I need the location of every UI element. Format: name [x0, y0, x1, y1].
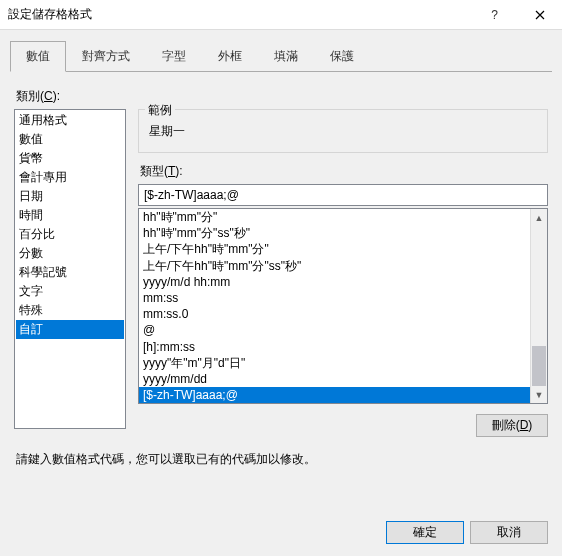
scroll-down-icon[interactable]: ▼ — [531, 386, 547, 403]
preview-label: 範例 — [145, 102, 175, 119]
list-item[interactable]: 自訂 — [16, 320, 124, 339]
tab-font[interactable]: 字型 — [146, 41, 202, 72]
type-list[interactable]: hh"時"mm"分" hh"時"mm"分"ss"秒" 上午/下午hh"時"mm"… — [138, 208, 548, 404]
list-item[interactable]: yyyy/mm/dd — [139, 371, 530, 387]
list-item[interactable]: @ — [139, 322, 530, 338]
list-item[interactable]: 上午/下午hh"時"mm"分" — [139, 241, 530, 257]
list-item[interactable]: yyyy/m/d hh:mm — [139, 274, 530, 290]
delete-button[interactable]: 刪除(D) — [476, 414, 548, 437]
category-list[interactable]: 通用格式 數值 貨幣 會計專用 日期 時間 百分比 分數 科學記號 文字 特殊 … — [14, 109, 126, 429]
list-item[interactable]: 數值 — [16, 130, 124, 149]
scrollbar[interactable]: ▲ ▼ — [530, 209, 547, 403]
type-label-suffix: ): — [175, 164, 182, 178]
list-item[interactable]: hh"時"mm"分"ss"秒" — [139, 225, 530, 241]
list-item[interactable]: 上午/下午hh"時"mm"分"ss"秒" — [139, 258, 530, 274]
tab-protection[interactable]: 保護 — [314, 41, 370, 72]
scroll-thumb[interactable] — [532, 346, 546, 386]
type-label-text: 類型( — [140, 164, 168, 178]
tab-alignment[interactable]: 對齊方式 — [66, 41, 146, 72]
category-label-suffix: ): — [53, 89, 60, 103]
list-item[interactable]: mm:ss — [139, 290, 530, 306]
list-item[interactable]: yyyy"年"m"月"d"日" — [139, 355, 530, 371]
help-button[interactable]: ? — [472, 0, 517, 30]
list-item[interactable]: 文字 — [16, 282, 124, 301]
tab-border[interactable]: 外框 — [202, 41, 258, 72]
category-label-text: 類別( — [16, 89, 44, 103]
scroll-up-icon[interactable]: ▲ — [531, 209, 547, 226]
close-icon — [535, 10, 545, 20]
dialog-footer: 確定 取消 — [386, 521, 548, 544]
preview-value: 星期一 — [147, 121, 539, 142]
type-label: 類型(T): — [140, 163, 548, 180]
list-item[interactable]: [h]:mm:ss — [139, 339, 530, 355]
list-item[interactable]: 時間 — [16, 206, 124, 225]
category-label: 類別(C): — [16, 88, 548, 105]
list-item[interactable]: 會計專用 — [16, 168, 124, 187]
ok-button[interactable]: 確定 — [386, 521, 464, 544]
tab-number[interactable]: 數值 — [10, 41, 66, 72]
titlebar: 設定儲存格格式 ? — [0, 0, 562, 30]
list-item[interactable]: 日期 — [16, 187, 124, 206]
list-item[interactable]: mm:ss.0 — [139, 306, 530, 322]
type-input[interactable] — [138, 184, 548, 206]
tab-fill[interactable]: 填滿 — [258, 41, 314, 72]
preview-group: 範例 星期一 — [138, 109, 548, 153]
list-item[interactable]: 特殊 — [16, 301, 124, 320]
body: 類別(C): 通用格式 數值 貨幣 會計專用 日期 時間 百分比 分數 科學記號… — [0, 72, 562, 468]
hint-text: 請鍵入數值格式代碼，您可以選取已有的代碼加以修改。 — [16, 451, 546, 468]
list-item[interactable]: 百分比 — [16, 225, 124, 244]
list-item[interactable]: 分數 — [16, 244, 124, 263]
list-item[interactable]: 科學記號 — [16, 263, 124, 282]
close-button[interactable] — [517, 0, 562, 30]
list-item[interactable]: hh"時"mm"分" — [139, 209, 530, 225]
category-label-hotkey: C — [44, 89, 53, 103]
dialog-title: 設定儲存格格式 — [8, 6, 472, 23]
list-item[interactable]: 貨幣 — [16, 149, 124, 168]
list-item[interactable]: [$-zh-TW]aaaa;@ — [139, 387, 530, 403]
tabstrip: 數值 對齊方式 字型 外框 填滿 保護 — [10, 40, 552, 72]
list-item[interactable]: 通用格式 — [16, 111, 124, 130]
cancel-button[interactable]: 取消 — [470, 521, 548, 544]
